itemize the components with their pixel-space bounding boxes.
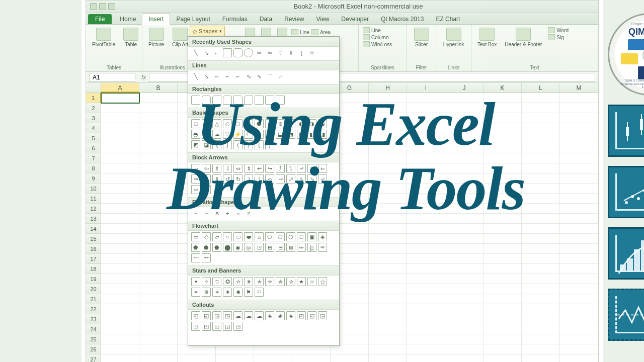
cell-M5[interactable] xyxy=(560,133,598,143)
cell-H21[interactable] xyxy=(369,294,407,304)
shape-l2[interactable]: ↘ xyxy=(202,72,211,81)
shape-flow-11[interactable]: ▣ xyxy=(307,232,316,241)
cell-J19[interactable] xyxy=(445,274,484,284)
shape-stars-16[interactable]: ✷ xyxy=(223,288,232,297)
cell-J6[interactable] xyxy=(445,143,484,153)
qat-save-icon[interactable] xyxy=(90,3,97,10)
cell-J7[interactable] xyxy=(445,153,484,163)
shape-r4[interactable] xyxy=(223,96,232,105)
shape-basic-20[interactable]: ⬒ xyxy=(265,130,274,139)
cell-B27[interactable] xyxy=(139,354,178,362)
cell-D26[interactable] xyxy=(216,344,254,354)
shape-arrows-8[interactable]: ⤴ xyxy=(276,164,285,173)
shape-stars-3[interactable]: ✪ xyxy=(223,277,232,286)
shape-basic-9[interactable]: ⊙ xyxy=(286,119,295,128)
col-header-B[interactable]: B xyxy=(139,83,178,93)
shape-basic-23[interactable]: ⬕ xyxy=(297,130,306,139)
shape-callouts-10[interactable]: ◰ xyxy=(297,311,306,320)
cell-H8[interactable] xyxy=(369,163,407,173)
shape-arrows-5[interactable]: ⇕ xyxy=(244,164,253,173)
cell-L5[interactable] xyxy=(522,133,560,143)
cell-I3[interactable] xyxy=(407,113,445,123)
cell-I15[interactable] xyxy=(407,234,445,244)
header-footer-button[interactable]: Header & Footer xyxy=(503,27,544,48)
cell-K13[interactable] xyxy=(484,214,522,224)
cell-B9[interactable] xyxy=(139,173,178,184)
cell-A23[interactable] xyxy=(101,314,139,324)
cell-A3[interactable] xyxy=(101,113,139,123)
cell-L27[interactable] xyxy=(522,354,560,362)
shape-callouts-14[interactable]: ◰ xyxy=(202,322,211,331)
cell-I14[interactable] xyxy=(407,224,445,234)
cell-J18[interactable] xyxy=(445,264,484,274)
shape-basic-8[interactable]: ⊗ xyxy=(276,119,285,128)
shape-l1[interactable]: ╲ xyxy=(191,72,200,81)
cell-J13[interactable] xyxy=(445,214,484,224)
row-header-8[interactable]: 8 xyxy=(86,163,101,173)
shape-oval[interactable] xyxy=(244,48,253,57)
cell-M18[interactable] xyxy=(560,264,598,274)
shape-basic-15[interactable]: ☁ xyxy=(212,130,221,139)
cell-H6[interactable] xyxy=(369,143,407,153)
shape-stars-6[interactable]: ✭ xyxy=(255,277,264,286)
quick-access-toolbar[interactable] xyxy=(90,3,115,10)
cell-H1[interactable] xyxy=(369,93,407,103)
cell-M10[interactable] xyxy=(560,184,598,194)
shape-flow-24[interactable]: ⬱ xyxy=(307,243,316,252)
cell-L25[interactable] xyxy=(522,334,560,344)
cell-K21[interactable] xyxy=(484,294,522,304)
col-header-I[interactable]: I xyxy=(407,83,445,93)
shape-flow-6[interactable]: ⌂ xyxy=(255,232,264,241)
shape-arrow[interactable]: ↘ xyxy=(202,48,211,57)
tab-developer[interactable]: Developer xyxy=(335,14,375,24)
shape-flow-2[interactable]: ▱ xyxy=(212,232,221,241)
shape-stars-12[interactable]: ⚝ xyxy=(318,277,327,286)
shape-flow-14[interactable]: ⬢ xyxy=(202,243,211,252)
col-header-K[interactable]: K xyxy=(484,83,522,93)
shape-basic-2[interactable]: △ xyxy=(212,119,221,128)
cell-H3[interactable] xyxy=(369,113,407,123)
shape-callouts-6[interactable]: ☁ xyxy=(255,311,264,320)
tab-data[interactable]: Data xyxy=(254,14,278,24)
shape-arrows-22[interactable]: ⬀ xyxy=(286,174,295,184)
cell-E27[interactable] xyxy=(254,354,292,362)
shape-arrows-1[interactable]: ⇦ xyxy=(202,164,211,173)
cell-L15[interactable] xyxy=(522,234,560,244)
cell-K19[interactable] xyxy=(484,274,522,284)
shape-stars-17[interactable]: ✸ xyxy=(233,288,243,297)
cell-B20[interactable] xyxy=(139,284,178,294)
cell-J27[interactable] xyxy=(445,354,484,362)
shape-arrows-13[interactable]: ⇒ xyxy=(191,174,200,184)
shape-basic-21[interactable]: ⬓ xyxy=(276,130,285,139)
cell-L10[interactable] xyxy=(522,184,560,194)
row-header-1[interactable]: 1 xyxy=(86,93,101,103)
cell-J1[interactable] xyxy=(445,93,484,103)
shape-l7[interactable]: ∿ xyxy=(255,72,264,81)
shape-flow-12[interactable]: ◈ xyxy=(318,232,327,241)
cell-I4[interactable] xyxy=(407,123,445,133)
sparkline-column[interactable]: Column xyxy=(363,34,403,41)
tab-ezchart[interactable]: EZ Chart xyxy=(430,14,466,24)
shape-uarrow[interactable]: ⇧ xyxy=(276,48,285,57)
cell-J16[interactable] xyxy=(445,244,484,254)
shape-basic-31[interactable]: ) xyxy=(244,140,253,149)
shape-stars-9[interactable]: ✰ xyxy=(286,277,295,286)
shape-arrows-16[interactable]: ↺ xyxy=(223,174,232,184)
cell-M4[interactable] xyxy=(560,123,598,133)
cell-I5[interactable] xyxy=(407,133,445,143)
cell-K6[interactable] xyxy=(484,143,522,153)
shape-flow-3[interactable]: ○ xyxy=(223,232,232,241)
col-header-J[interactable]: J xyxy=(445,83,484,93)
shape-r5[interactable] xyxy=(233,96,243,105)
cell-L8[interactable] xyxy=(522,163,560,173)
cell-H25[interactable] xyxy=(369,334,407,344)
cell-L14[interactable] xyxy=(522,224,560,234)
row-header-13[interactable]: 13 xyxy=(86,214,101,224)
cell-A11[interactable] xyxy=(101,194,139,204)
shape-flow-20[interactable]: ⊞ xyxy=(265,243,274,252)
cell-I19[interactable] xyxy=(407,274,445,284)
cell-H18[interactable] xyxy=(369,264,407,274)
shapes-gallery[interactable]: Recently Used Shapes ╲↘⌐⇨⇦⇧⇩{☆ Lines ╲↘↔… xyxy=(188,36,340,346)
cell-L16[interactable] xyxy=(522,244,560,254)
cell-H12[interactable] xyxy=(369,204,407,214)
